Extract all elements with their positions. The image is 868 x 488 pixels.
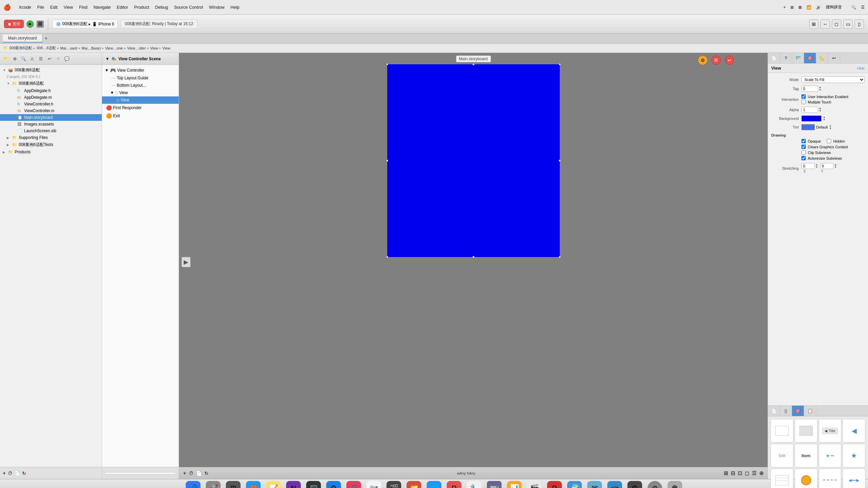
corner-handle-ml[interactable] — [386, 160, 388, 162]
square-button[interactable]: ⬛ — [36, 21, 44, 28]
canvas-view-icon-4[interactable]: ◻ — [745, 470, 749, 476]
outline-bottom-layout[interactable]: — Bottom Layout... — [102, 82, 179, 89]
corner-handle-tm[interactable] — [472, 63, 474, 65]
dock-finder[interactable]: 🔵 — [186, 481, 200, 488]
clip-subviews-checkbox[interactable] — [801, 150, 806, 155]
dock-quicktime[interactable]: 🎬 — [386, 481, 401, 488]
user-interaction-checkbox[interactable] — [801, 94, 806, 99]
sidebar-icon-chat[interactable]: 💬 — [64, 56, 70, 62]
tree-item-tests[interactable]: ▶ 📁 008案例6适配Tests — [0, 141, 102, 149]
sidebar-icon-history[interactable]: ↩ — [46, 56, 53, 62]
menubar-search-icon[interactable]: 🔍 — [851, 5, 856, 10]
background-spinner[interactable]: ▲▼ — [823, 116, 826, 121]
menu-window[interactable]: Window — [209, 5, 224, 10]
dock-app-5[interactable]: 🎬 — [527, 481, 542, 488]
menubar-ime-icon[interactable]: 搜狗拼音 — [826, 4, 842, 10]
tint-spinner[interactable]: ▲▼ — [829, 124, 832, 130]
menubar-grid-icon[interactable]: ⊠ — [798, 5, 802, 10]
breadcrumb-item-4[interactable]: Mai…Base) — [82, 46, 101, 50]
canvas-zoom-btn[interactable]: ⏱ — [189, 470, 193, 476]
dock-trash[interactable]: 🗑 — [668, 481, 682, 488]
multiple-touch-checkbox[interactable] — [801, 100, 806, 104]
tree-item-appdelegate-m[interactable]: m AppDelegate.m — [0, 94, 102, 101]
canvas-view-icon-6[interactable]: ⊕ — [759, 470, 764, 476]
dock-browser[interactable]: 🌐 — [427, 481, 441, 488]
canvas-refresh-btn[interactable]: ↻ — [205, 470, 209, 476]
dock-app-4[interactable]: 📊 — [507, 481, 522, 488]
tab-main-storyboard[interactable]: Main.storyboard — [3, 34, 42, 42]
opaque-checkbox[interactable] — [801, 139, 806, 143]
gallery-item-table[interactable] — [771, 468, 794, 488]
sidebar-icon-warning[interactable]: ⚠ — [29, 56, 35, 62]
tree-item-main-storyboard[interactable]: 📋 Main.storyboard — [0, 114, 102, 121]
sidebar-icon-git[interactable]: ⊕ — [11, 56, 18, 62]
gallery-tab-list[interactable]: 📋 — [804, 406, 816, 416]
menu-editor[interactable]: Editor — [117, 5, 128, 10]
menubar-plus-icon[interactable]: + — [783, 5, 786, 10]
alpha-input[interactable] — [801, 107, 818, 113]
tab-add-button[interactable]: + — [44, 35, 48, 41]
corner-handle-bl[interactable] — [386, 256, 388, 258]
gallery-item-white-rect[interactable] — [771, 419, 794, 443]
breadcrumb-item-5[interactable]: View…one — [105, 46, 123, 50]
menu-navigate[interactable]: Navigate — [93, 5, 111, 10]
sidebar-icon-list[interactable]: ☰ — [37, 56, 44, 62]
breadcrumb-item-7[interactable]: View — [150, 46, 158, 50]
sidebar-filter-btn[interactable]: ⏱ — [8, 470, 12, 476]
corner-handle-br[interactable] — [559, 256, 561, 258]
canvas-view-icon-5[interactable]: ☰ — [752, 470, 756, 476]
dock-notes[interactable]: 📝 — [266, 481, 281, 488]
tree-item-supporting-files[interactable]: ▶ 📁 Supporting Files — [0, 134, 102, 141]
tree-item-products[interactable]: ▶ 📁 Products — [0, 149, 102, 155]
menubar-menu-icon[interactable]: ☰ — [861, 5, 865, 10]
sidebar-add-btn[interactable]: + — [3, 470, 6, 476]
inspector-tab-identity[interactable]: 🪪 — [792, 53, 804, 63]
background-color-swatch[interactable] — [801, 116, 822, 122]
dock-app-7[interactable]: 🌍 — [567, 481, 582, 488]
sidebar-icon-branch[interactable]: ⑂ — [55, 56, 62, 62]
inspector-tab-attributes[interactable]: 🎯 — [804, 53, 816, 63]
breadcrumb-item-3[interactable]: Mai…oard — [60, 46, 77, 50]
dock-app-2[interactable]: 🔧 — [467, 481, 482, 488]
breadcrumb-item-8[interactable]: View — [162, 46, 170, 50]
gallery-item-item-btn[interactable]: Item — [795, 444, 817, 467]
tree-item-viewcontroller-h[interactable]: h ViewController.h — [0, 101, 102, 108]
menu-xcode[interactable]: Xcode — [19, 5, 31, 10]
tree-item-images-xcassets[interactable]: 🖼 Images.xcassets — [0, 121, 102, 127]
dock-app-11[interactable]: ⊕ — [648, 481, 662, 488]
toolbar-path[interactable]: ⚙️ 008案例6适配 ▸ 📱 iPhone 6 — [52, 20, 118, 28]
outline-top-layout[interactable]: — Top Layout Guide — [102, 74, 179, 82]
inspector-hide-btn[interactable]: Hide — [857, 66, 865, 70]
stop-button[interactable]: ⏹ 暂停 — [4, 20, 24, 28]
gallery-item-star-more[interactable]: ★ ••• — [819, 444, 842, 467]
dock-music[interactable]: 🎵 — [346, 481, 361, 488]
mode-select[interactable]: Scale To Fill — [801, 76, 865, 83]
clears-graphics-checkbox[interactable] — [801, 145, 806, 149]
menu-file[interactable]: File — [37, 5, 44, 10]
gallery-item-nav-title[interactable]: ◀Title — [819, 419, 842, 443]
gallery-tab-code[interactable]: {} — [780, 406, 792, 416]
inspector-tab-file[interactable]: 📄 — [768, 53, 780, 63]
tint-color-swatch[interactable] — [801, 124, 815, 130]
menu-source-control[interactable]: Source Control — [174, 5, 203, 10]
dock-app-3[interactable]: 📷 — [487, 481, 502, 488]
stretch-y-input[interactable] — [820, 163, 834, 169]
gallery-item-gray-rect[interactable] — [795, 419, 817, 443]
gallery-tab-file[interactable]: 📄 — [768, 406, 780, 416]
sidebar-icon-folder[interactable]: 📁 — [3, 56, 9, 62]
canvas-view-icon-2[interactable]: ⊟ — [731, 470, 735, 476]
corner-handle-mr[interactable] — [559, 160, 561, 162]
breadcrumb-item-1[interactable]: 008案例6适配 — [9, 45, 32, 51]
dock-terminal[interactable]: 💻 — [306, 481, 321, 488]
dock-app-10[interactable]: ⚙ — [627, 481, 642, 488]
inspector-tab-size[interactable]: 📐 — [816, 53, 828, 63]
outline-first-responder[interactable]: 🔴 First Responder — [102, 104, 179, 112]
alpha-spinner[interactable]: ▲▼ — [819, 107, 822, 113]
tag-spinner[interactable]: ▲▼ — [819, 86, 822, 91]
canvas-nav-arrow[interactable]: ▶ — [182, 257, 190, 267]
menu-debug[interactable]: Debug — [155, 5, 168, 10]
tree-item-appdelegate-h[interactable]: h AppDelegate.h — [0, 87, 102, 94]
sidebar-refresh-btn[interactable]: ↻ — [22, 470, 26, 476]
layout-toggle-4[interactable]: ▭ — [843, 20, 852, 29]
menu-product[interactable]: Product — [134, 5, 149, 10]
